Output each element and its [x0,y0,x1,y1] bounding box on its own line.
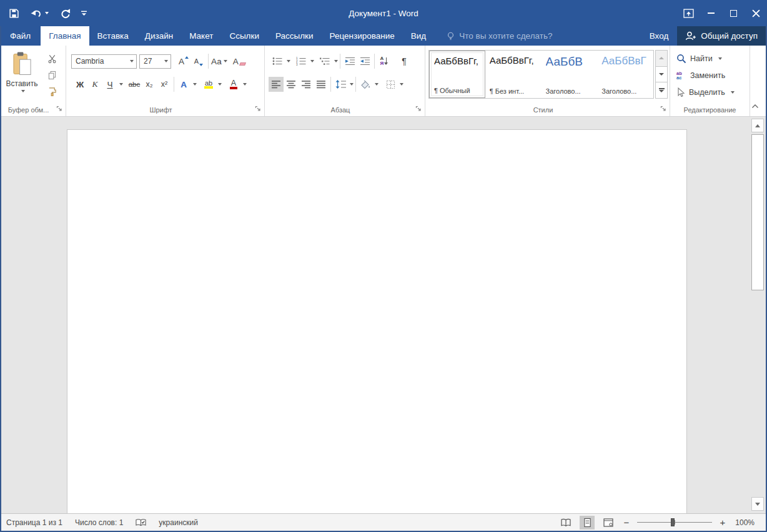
tab-review[interactable]: Рецензирование [322,26,403,46]
borders-button[interactable] [383,77,398,92]
share-button[interactable]: Общий доступ [677,26,767,46]
text-effects-button[interactable]: А [176,77,191,92]
scrollbar-thumb[interactable] [751,134,764,290]
select-dropdown-arrow[interactable] [731,91,735,94]
font-color-button[interactable]: А [226,77,241,92]
replace-button[interactable]: ab ac Заменить [676,69,725,82]
font-size-combobox[interactable]: 27 [139,54,171,69]
zoom-percentage[interactable]: 100% [733,518,755,527]
text-effects-dropdown-arrow[interactable] [193,83,197,86]
borders-dropdown-arrow[interactable] [400,83,403,86]
clear-formatting-button[interactable]: А [232,54,247,69]
strikethrough-button[interactable]: abc [127,77,142,92]
multilevel-list-button[interactable] [317,54,332,69]
style-heading1[interactable]: АаБбВ Заголово... [542,51,598,98]
style-no-spacing[interactable]: АаБбВвГг, ¶ Без инт... [485,51,542,98]
bullets-button[interactable] [270,54,285,69]
italic-button[interactable]: К [87,77,102,92]
align-left-button[interactable] [269,77,284,92]
underline-button[interactable]: Ч [102,77,117,92]
repeat-button[interactable] [59,8,71,19]
line-spacing-button[interactable] [333,77,348,92]
clipboard-dialog-launcher[interactable] [56,106,63,112]
style-normal[interactable]: АаБбВвГг, ¶ Обычный [429,51,485,98]
undo-dropdown-arrow[interactable] [45,12,49,14]
tell-me-box[interactable]: Что вы хотите сделать? [447,26,552,46]
text-highlight-button[interactable]: ab [201,77,216,92]
justify-button[interactable] [314,77,329,92]
style-heading2[interactable]: АаБбВвГ Заголово... [597,51,653,98]
proofing-status[interactable] [136,518,146,527]
ribbon-display-options-button[interactable] [677,0,700,26]
multilevel-dropdown-arrow[interactable] [334,60,338,62]
line-spacing-dropdown-arrow[interactable] [350,83,354,86]
font-color-dropdown-arrow[interactable] [243,83,247,86]
align-center-button[interactable] [284,77,299,92]
decrease-indent-button[interactable] [342,54,357,69]
paste-button[interactable]: Вставить [4,51,40,107]
superscript-button[interactable]: x² [157,77,172,92]
collapse-ribbon-button[interactable] [750,101,761,111]
underline-dropdown-arrow[interactable] [119,83,123,86]
tab-file[interactable]: Файл [0,26,41,46]
tab-mailings[interactable]: Рассылки [267,26,322,46]
subscript-button[interactable]: x₂ [142,77,157,92]
triangle-down-icon [755,503,760,506]
scroll-down-button[interactable] [751,497,764,511]
tab-home[interactable]: Главная [41,26,89,46]
styles-more-button[interactable] [655,82,668,99]
align-right-button[interactable] [299,77,314,92]
paragraph-dialog-launcher[interactable] [415,106,422,112]
customize-qat-button[interactable] [81,11,87,16]
zoom-in-button[interactable]: + [718,517,727,528]
tab-view[interactable]: Вид [403,26,434,46]
minimize-button[interactable] [700,0,722,26]
zoom-out-button[interactable]: − [622,517,631,528]
increase-indent-button[interactable] [357,54,372,69]
numbering-button[interactable]: 123 [294,54,309,69]
bold-button[interactable]: Ж [72,77,87,92]
page-indicator[interactable]: Страница 1 из 1 [6,518,62,527]
maximize-button[interactable] [722,0,745,26]
cut-button[interactable] [45,52,59,65]
print-layout-button[interactable] [580,516,595,530]
format-painter-button[interactable] [45,85,59,97]
zoom-slider[interactable] [637,518,712,527]
select-button[interactable]: Выделить [676,86,735,99]
word-count[interactable]: Число слов: 1 [75,518,123,527]
read-mode-button[interactable] [558,516,573,530]
document-page[interactable] [67,129,687,513]
find-dropdown-arrow[interactable] [718,57,722,60]
web-layout-button[interactable] [601,516,616,530]
sort-button[interactable]: АЯ [377,54,392,69]
scroll-up-button[interactable] [751,119,764,132]
shrink-font-button[interactable]: А [191,54,206,69]
styles-dialog-launcher[interactable] [660,106,667,112]
zoom-slider-handle[interactable] [671,518,675,526]
grow-font-button[interactable]: А [176,54,191,69]
highlight-dropdown-arrow[interactable] [218,83,222,86]
align-left-icon [272,81,281,89]
close-button[interactable] [745,0,767,26]
tab-insert[interactable]: Вставка [89,26,137,46]
styles-scroll-down-button[interactable] [655,67,668,83]
bullets-dropdown-arrow[interactable] [287,60,290,62]
shading-button[interactable] [358,77,373,92]
tab-layout[interactable]: Макет [181,26,221,46]
font-dialog-launcher[interactable] [255,106,262,112]
save-button[interactable] [9,8,19,19]
tab-design[interactable]: Дизайн [137,26,181,46]
shading-dropdown-arrow[interactable] [375,83,379,86]
tab-references[interactable]: Ссылки [221,26,267,46]
undo-button[interactable] [30,8,49,18]
copy-button[interactable] [45,69,59,81]
numbering-dropdown-arrow[interactable] [310,60,314,62]
styles-scroll-up-button[interactable] [655,50,668,67]
sign-in-button[interactable]: Вход [641,26,678,46]
language-indicator[interactable]: украинский [159,518,198,527]
find-button[interactable]: Найти [676,52,722,66]
font-family-combobox[interactable]: Cambria [71,54,137,69]
paste-dropdown-arrow[interactable] [21,90,25,92]
change-case-button[interactable]: Аа [210,54,228,69]
show-marks-button[interactable]: ¶ [397,54,412,69]
